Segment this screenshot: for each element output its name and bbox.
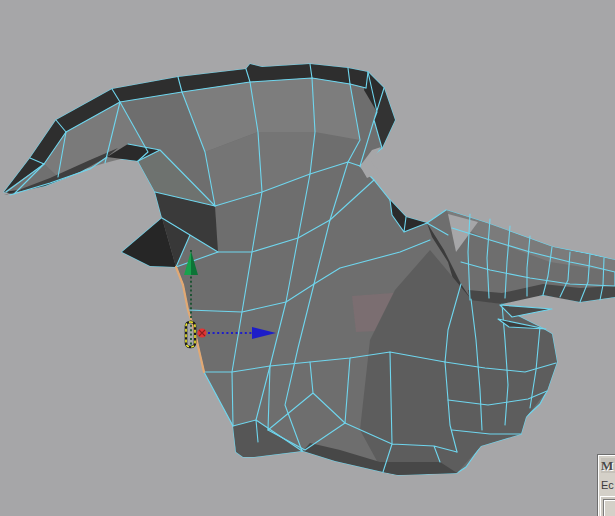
window-menu-item[interactable]: Ec (601, 479, 614, 491)
mini-app-window[interactable]: M Ec (597, 454, 615, 516)
window-inner-frame (604, 500, 615, 516)
maya-logo-icon[interactable]: M (601, 458, 615, 473)
viewport-canvas[interactable] (0, 0, 615, 516)
viewport[interactable]: M Ec (0, 0, 615, 516)
polygon-mesh[interactable] (4, 64, 615, 475)
window-sunken-panel (600, 496, 615, 516)
x-axis-center-handle[interactable] (197, 328, 206, 337)
